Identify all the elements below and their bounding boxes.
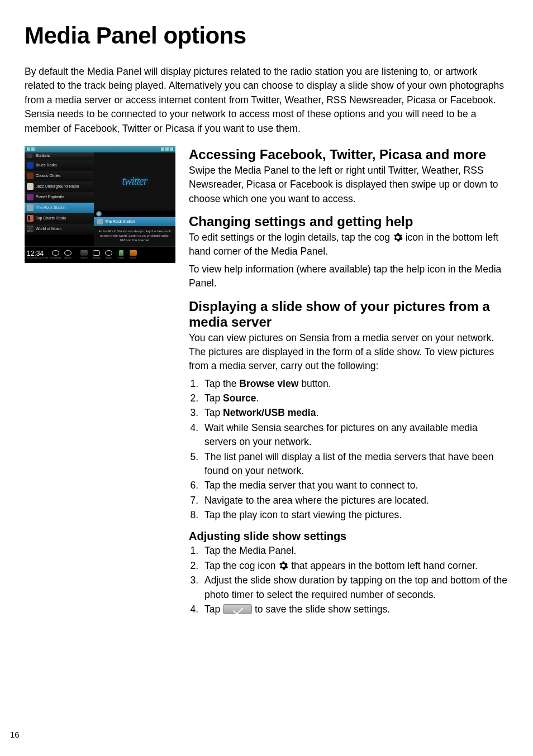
list-item: Adjust the slide show duration by tappin… — [201, 573, 508, 602]
station-item-selected: The Rock Station — [25, 203, 94, 213]
source-icon: Source — [80, 250, 89, 259]
list-item: Tap the Media Panel. — [201, 544, 508, 558]
cog-icon — [393, 232, 403, 242]
globe-icon — [96, 211, 102, 217]
signal-icon: Signal — [117, 250, 126, 259]
list-item: Wait while Sensia searches for pictures … — [201, 421, 508, 449]
page-number: 16 — [10, 730, 20, 739]
settings-icon: Settings — [92, 250, 101, 259]
list-item: Tap the media server that you want to co… — [201, 479, 508, 492]
station-list-header: Stations — [25, 152, 94, 160]
save-button-icon — [223, 604, 252, 614]
body-text: You can view pictures on Sensia from a m… — [189, 331, 508, 374]
section-heading: Changing settings and getting help — [189, 214, 508, 229]
now-playing-bar: The Rock Station — [94, 217, 175, 226]
subsection-heading: Adjusting slide show settings — [189, 530, 508, 543]
list-item: Tap Source. — [201, 391, 508, 405]
body-text: Swipe the Media Panel to the left or rig… — [189, 164, 508, 206]
section-heading: Accessing Facebook, Twitter, Picasa and … — [189, 147, 508, 162]
body-text: To view help information (where availabl… — [189, 262, 508, 291]
list-item: Tap the Browse view button. — [201, 377, 508, 391]
station-description: At the Rock Station we always play the b… — [94, 226, 175, 246]
station-item: Planet Poptastic — [25, 192, 94, 203]
clock: 12:34Tue 29 Nov 2011 PM — [27, 250, 48, 259]
list-item: Tap the cog icon that appears in the bot… — [201, 559, 508, 573]
device-screenshot: Stations Blues Radio Classic Oldies Jazz… — [25, 146, 175, 263]
section-heading: Displaying a slide show of your pictures… — [189, 299, 508, 330]
alarms-icon: Alarms — [64, 250, 73, 259]
station-item: Classic Oldies — [25, 171, 94, 181]
audio-icon: Audio — [104, 250, 113, 259]
media-panel-logo: twitter — [94, 152, 175, 210]
page-title: Media Panel options — [25, 22, 508, 49]
instruction-list: Tap the Browse view button. Tap Source. … — [189, 377, 508, 523]
recordings-icon: Recordings — [51, 250, 60, 259]
instruction-list: Tap the Media Panel. Tap the cog icon th… — [189, 544, 508, 616]
station-item: Jazz Underground Radio — [25, 181, 94, 192]
station-item: WorldofMusicWorld of Music — [25, 224, 94, 235]
list-item: The list panel will display a list of th… — [201, 450, 508, 479]
body-text: To edit settings or the login details, t… — [189, 231, 508, 259]
list-item: Tap the play icon to start viewing the p… — [201, 508, 508, 522]
cog-icon — [278, 561, 288, 571]
station-item: Blues Radio — [25, 160, 94, 171]
list-item: Tap to save the slide show settings. — [201, 602, 508, 616]
list-item: Tap Network/USB media. — [201, 406, 508, 420]
intro-paragraph: By default the Media Panel will display … — [25, 65, 508, 136]
station-item: Top Charts Radio — [25, 213, 94, 224]
list-item: Navigate to the area where the pictures … — [201, 494, 508, 508]
power-icon: Power — [129, 250, 138, 259]
